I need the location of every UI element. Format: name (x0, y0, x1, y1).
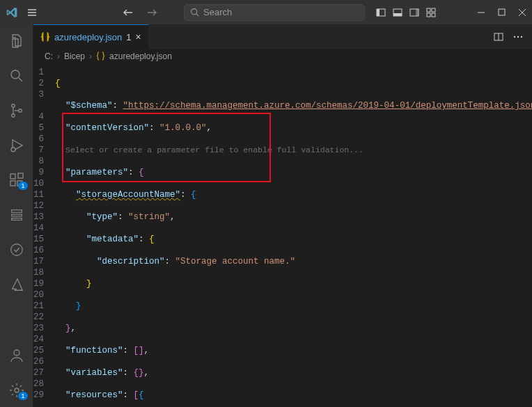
line-number: 8 (33, 156, 44, 167)
breadcrumb-seg[interactable]: azuredeploy.json (109, 51, 172, 61)
line-number: 19 (33, 278, 44, 289)
svg-rect-21 (11, 210, 22, 213)
json-file-icon (96, 51, 105, 61)
chevron-right-icon: › (57, 51, 60, 61)
line-number: 24 (33, 334, 44, 345)
vscode-logo-icon (6, 6, 18, 19)
nav-forward-icon[interactable] (146, 7, 157, 18)
title-bar: Search (0, 0, 532, 24)
settings-badge: 1 (18, 392, 27, 400)
split-editor-icon[interactable] (493, 31, 504, 42)
svg-point-13 (11, 104, 14, 107)
svg-point-25 (14, 350, 19, 356)
nav-group (123, 7, 157, 18)
svg-rect-6 (416, 9, 418, 16)
svg-point-28 (514, 35, 515, 37)
tab-dirty: 1 (126, 32, 131, 42)
line-number: 4 (33, 111, 44, 122)
line-number (33, 100, 44, 111)
svg-point-26 (15, 388, 19, 392)
line-number: 13 (33, 212, 44, 223)
search-icon[interactable] (0, 65, 33, 87)
breadcrumb-seg[interactable]: Bicep (64, 51, 85, 61)
line-number: 21 (33, 301, 44, 312)
svg-rect-10 (432, 13, 435, 17)
more-actions-icon[interactable] (513, 31, 524, 42)
line-number: 9 (33, 167, 44, 178)
line-number: 26 (33, 356, 44, 367)
line-number: 6 (33, 134, 44, 145)
line-number-gutter: 1234567891011121314151617181920212223242… (33, 64, 52, 407)
tab-close-icon[interactable]: × (136, 31, 141, 42)
svg-rect-20 (18, 173, 23, 178)
line-number: 10 (33, 178, 44, 189)
tab-azuredeploy[interactable]: azuredeploy.json 1 × (33, 24, 149, 49)
breadcrumb[interactable]: C: › Bicep › azuredeploy.json (33, 49, 532, 64)
svg-rect-7 (427, 8, 430, 12)
ext-badge: 1 (18, 182, 27, 190)
svg-point-0 (191, 9, 197, 15)
line-number: 3 (33, 89, 44, 100)
svg-rect-18 (10, 181, 15, 186)
activity-bar: 1 1 (0, 24, 33, 407)
search-input[interactable]: Search (184, 4, 365, 21)
line-number: 5 (33, 122, 44, 134)
line-number: 18 (33, 267, 44, 278)
codelens-hint[interactable]: Select or create a parameter file to ena… (65, 145, 363, 154)
accounts-icon[interactable] (0, 344, 33, 367)
layout-controls (375, 7, 437, 18)
svg-point-24 (10, 244, 22, 256)
svg-point-12 (11, 70, 19, 79)
json-file-icon (40, 32, 50, 42)
toggle-sidebar-icon[interactable] (375, 7, 386, 18)
toggle-secondary-icon[interactable] (409, 7, 420, 18)
svg-rect-11 (499, 9, 505, 15)
explorer-icon[interactable] (0, 30, 33, 52)
svg-rect-4 (393, 13, 402, 16)
line-number: 27 (33, 367, 44, 378)
svg-point-29 (517, 35, 519, 37)
close-icon[interactable] (518, 8, 526, 17)
svg-rect-23 (11, 218, 22, 221)
maximize-icon[interactable] (498, 8, 506, 16)
source-control-icon[interactable] (0, 99, 33, 122)
toggle-panel-icon[interactable] (392, 7, 403, 18)
line-number: 17 (33, 256, 44, 267)
search-icon (190, 8, 199, 17)
tab-bar: azuredeploy.json 1 × (33, 24, 532, 49)
breadcrumb-seg[interactable]: C: (45, 51, 53, 61)
svg-rect-22 (11, 214, 22, 216)
customize-layout-icon[interactable] (425, 7, 437, 18)
line-number: 12 (33, 200, 44, 212)
code-content[interactable]: { "$schema": "https://schema.management.… (52, 64, 532, 407)
chevron-right-icon: › (89, 51, 92, 61)
line-number: 29 (33, 390, 44, 401)
svg-rect-17 (10, 174, 15, 179)
settings-gear-icon[interactable]: 1 (0, 379, 33, 401)
line-number: 1 (33, 67, 44, 78)
svg-point-30 (521, 35, 522, 37)
svg-point-14 (11, 114, 14, 117)
tab-filename: azuredeploy.json (54, 32, 122, 42)
line-number: 7 (33, 145, 44, 156)
extensions-icon[interactable]: 1 (0, 169, 33, 191)
line-number: 15 (33, 234, 44, 245)
azure-icon[interactable] (0, 273, 33, 296)
minimize-icon[interactable] (477, 8, 485, 17)
line-number: 28 (33, 378, 44, 390)
svg-point-16 (11, 147, 15, 152)
line-number: 23 (33, 323, 44, 334)
menu-icon[interactable] (24, 7, 40, 18)
line-number: 16 (33, 245, 44, 256)
line-number: 11 (33, 189, 44, 200)
todo-icon[interactable] (0, 239, 33, 261)
line-number: 14 (33, 223, 44, 234)
svg-rect-8 (432, 8, 435, 12)
svg-point-15 (18, 109, 21, 112)
code-editor[interactable]: 1234567891011121314151617181920212223242… (33, 64, 532, 407)
search-placeholder: Search (203, 7, 232, 17)
arm-template-icon[interactable] (0, 204, 33, 226)
nav-back-icon[interactable] (123, 7, 134, 18)
run-debug-icon[interactable] (0, 134, 33, 157)
line-number: 25 (33, 345, 44, 356)
